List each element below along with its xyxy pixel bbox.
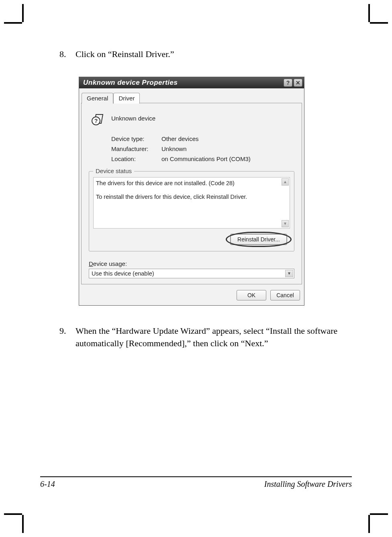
- status-line: To reinstall the drivers for this device…: [96, 193, 280, 202]
- scroll-up-icon[interactable]: ▲: [282, 178, 289, 186]
- device-usage-value: Use this device (enable): [92, 270, 154, 277]
- manufacturer-value: Unknown: [161, 145, 187, 152]
- device-usage-label: DDevice usage:evice usage:: [89, 260, 294, 267]
- device-status-text: The drivers for this device are not inst…: [93, 177, 290, 229]
- device-type-label: Device type:: [111, 135, 161, 142]
- manufacturer-label: Manufacturer:: [111, 145, 161, 152]
- tab-general[interactable]: General: [82, 93, 113, 104]
- window-title: Unknown device Properties: [83, 79, 178, 87]
- unknown-device-icon: ?: [89, 110, 105, 127]
- row-device-type: Device type: Other devices: [111, 135, 294, 142]
- crop-mark: [368, 4, 370, 22]
- close-button[interactable]: ✕: [294, 79, 302, 87]
- dialog-buttons: OK Cancel: [79, 284, 304, 305]
- step-8: 8. Click on “Reinstall Driver.”: [59, 48, 352, 61]
- section-title: Installing Software Drivers: [264, 480, 352, 489]
- location-value: on Communications Port (COM3): [161, 155, 251, 162]
- crop-mark: [370, 513, 388, 515]
- chevron-down-icon[interactable]: ▼: [285, 270, 293, 277]
- page-footer: 6-14 Installing Software Drivers: [40, 476, 352, 489]
- row-location: Location: on Communications Port (COM3): [111, 155, 294, 162]
- help-button[interactable]: ?: [284, 79, 292, 87]
- crop-mark: [4, 513, 22, 515]
- page-body: 8. Click on “Reinstall Driver.” Unknown …: [40, 48, 352, 489]
- device-usage-select[interactable]: Use this device (enable) ▼: [89, 269, 294, 278]
- crop-mark: [368, 515, 370, 533]
- row-manufacturer: Manufacturer: Unknown: [111, 145, 294, 152]
- screenshot-dialog: Unknown device Properties ? ✕ General Dr…: [79, 77, 304, 306]
- titlebar: Unknown device Properties ? ✕: [79, 77, 304, 88]
- device-status-group: Device status The drivers for this devic…: [89, 171, 294, 251]
- properties-table: Device type: Other devices Manufacturer:…: [111, 135, 294, 162]
- step-text: When the “Hardware Update Wizard” appear…: [76, 325, 352, 350]
- scroll-down-icon[interactable]: ▼: [282, 220, 289, 227]
- reinstall-driver-button[interactable]: Reinstall Driver...: [231, 234, 287, 245]
- ok-button[interactable]: OK: [237, 290, 266, 300]
- crop-mark: [370, 22, 388, 24]
- cancel-button[interactable]: Cancel: [270, 290, 300, 300]
- step-number: 8.: [59, 48, 76, 61]
- step-text: Click on “Reinstall Driver.”: [76, 48, 352, 61]
- device-status-legend: Device status: [93, 167, 134, 174]
- svg-text:?: ?: [94, 118, 98, 124]
- crop-mark: [22, 515, 24, 533]
- titlebar-buttons: ? ✕: [284, 79, 302, 87]
- step-number: 9.: [59, 325, 76, 350]
- step-9: 9. When the “Hardware Update Wizard” app…: [59, 325, 352, 350]
- properties-dialog: Unknown device Properties ? ✕ General Dr…: [79, 77, 304, 306]
- page-number: 6-14: [40, 480, 55, 489]
- footer-rule: [40, 476, 352, 477]
- highlight-oval: Reinstall Driver...: [227, 234, 290, 245]
- reinstall-row: Reinstall Driver...: [93, 234, 290, 245]
- device-name: Unknown device: [111, 115, 155, 122]
- status-line: The drivers for this device are not inst…: [96, 179, 280, 188]
- tab-panel-general: ? Unknown device Device type: Other devi…: [81, 103, 302, 284]
- tab-row: General Driver: [79, 88, 304, 103]
- device-type-value: Other devices: [161, 135, 199, 142]
- crop-mark: [22, 4, 24, 22]
- device-header: ? Unknown device: [89, 110, 294, 127]
- location-label: Location:: [111, 155, 161, 162]
- crop-mark: [4, 22, 22, 24]
- tab-driver[interactable]: Driver: [113, 93, 140, 104]
